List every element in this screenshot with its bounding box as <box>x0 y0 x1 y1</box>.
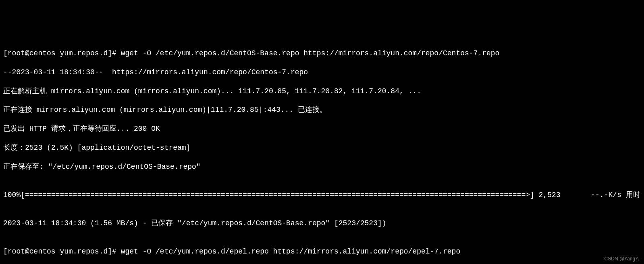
terminal-line: 正在保存至: "/etc/yum.repos.d/CentOS-Base.rep… <box>3 162 641 172</box>
terminal-line: 长度：2523 (2.5K) [application/octet-stream… <box>3 143 641 153</box>
progress-bar: 100%[===================================… <box>3 191 641 200</box>
watermark: CSDN @YangY. <box>605 256 639 262</box>
terminal-line: --2023-03-11 18:34:30-- https://mirrors.… <box>3 68 641 77</box>
terminal-line: 2023-03-11 18:34:30 (1.56 MB/s) - 已保存 "/… <box>3 219 641 228</box>
terminal-line: 正在连接 mirrors.aliyun.com (mirrors.aliyun.… <box>3 105 641 115</box>
terminal-line: 正在解析主机 mirrors.aliyun.com (mirrors.aliyu… <box>3 87 641 96</box>
terminal-line: [root@centos yum.repos.d]# wget -O /etc/… <box>3 247 641 256</box>
terminal-line: 已发出 HTTP 请求，正在等待回应... 200 OK <box>3 124 641 134</box>
terminal-line: [root@centos yum.repos.d]# wget -O /etc/… <box>3 49 641 58</box>
terminal-output[interactable]: [root@centos yum.repos.d]# wget -O /etc/… <box>3 40 641 264</box>
